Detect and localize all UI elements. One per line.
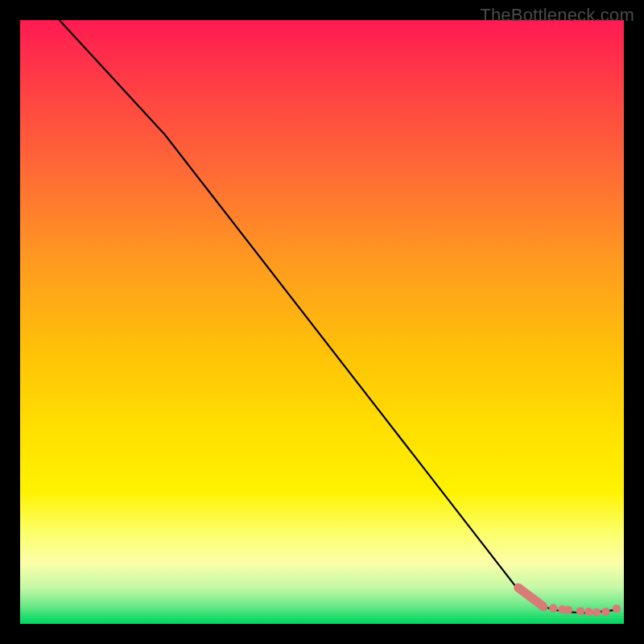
main-curve-line (60, 20, 615, 613)
highlight-dot (592, 609, 601, 617)
highlight-dots (539, 603, 621, 617)
highlight-dot (584, 608, 592, 616)
highlight-segment (518, 588, 543, 606)
chart-svg (20, 20, 624, 624)
highlight-dot (613, 605, 621, 613)
attribution-label: TheBottleneck.com (480, 5, 634, 26)
chart-plot-area (20, 20, 624, 624)
highlight-dot (576, 607, 584, 615)
highlight-dot (564, 606, 572, 614)
highlight-dot (539, 603, 547, 611)
highlight-dot (549, 604, 557, 612)
highlight-dot (601, 608, 609, 616)
